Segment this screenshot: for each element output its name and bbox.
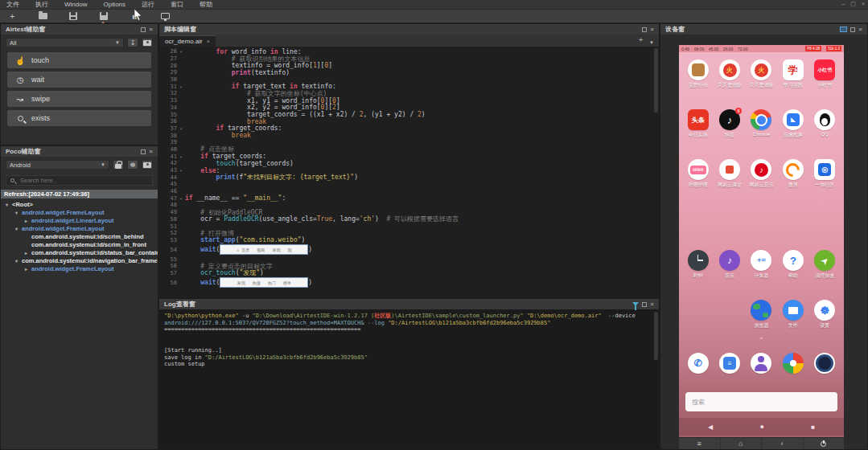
app-icon-文件[interactable] <box>783 300 804 321</box>
fold-icon[interactable]: ▾ <box>177 154 185 159</box>
nav-home-button[interactable]: ● <box>759 423 763 431</box>
app-icon-抖音[interactable]: ♪ <box>719 109 740 130</box>
float-panel-icon[interactable] <box>642 302 647 307</box>
tree-node[interactable]: ▾<Root> <box>2 201 158 209</box>
log-filter-icon[interactable] <box>632 302 639 306</box>
save-as-button[interactable] <box>98 11 109 21</box>
device-home-button[interactable]: ⌂ <box>721 438 763 449</box>
app-icon-设置[interactable]: ☸ <box>814 300 835 321</box>
fold-icon[interactable]: ▾ <box>177 196 185 201</box>
menu-item-帮助[interactable]: 帮助 <box>200 0 212 9</box>
poco-capture-button[interactable] <box>142 160 153 170</box>
poco-hierarchy-tree[interactable]: ▾<Root>▾android.widget.FrameLayout▸andro… <box>1 198 158 273</box>
poco-lock-button[interactable] <box>113 160 124 170</box>
app-icon-Chrome[interactable] <box>751 109 771 130</box>
tree-node[interactable]: com.android.systemui:id/scrim_behind <box>2 233 158 241</box>
minimize-button[interactable]: – <box>841 1 845 7</box>
app-icon-QQ[interactable] <box>814 109 835 130</box>
search-input[interactable] <box>19 176 148 185</box>
float-panel-icon[interactable] <box>141 27 146 32</box>
photos-app-icon[interactable] <box>783 353 804 374</box>
fold-icon[interactable]: ▾ <box>177 84 185 89</box>
app-icon-清理加速[interactable]: ➤ <box>814 250 835 271</box>
tab-list-dropdown-icon[interactable]: ▼ <box>649 40 654 45</box>
float-panel-icon[interactable] <box>642 27 647 32</box>
close-panel-icon[interactable]: × <box>650 302 654 307</box>
phone-search-bar[interactable]: 搜索 <box>685 392 837 411</box>
app-icon-小红书[interactable]: 小红书 <box>814 59 835 80</box>
app-icon-音乐[interactable]: ♪ <box>719 250 740 271</box>
app-icon-帮助[interactable]: ? <box>783 250 804 271</box>
app-icon-一加社区[interactable]: ◎ <box>814 159 835 180</box>
messages-app-icon[interactable]: ≡ <box>719 353 740 374</box>
poco-search-box[interactable] <box>6 175 153 186</box>
code-editor[interactable]: 26▾ for word_info in line:27 # 获取识别结果的文本… <box>159 47 659 288</box>
airtest-action-swipe[interactable]: ↝swipe <box>7 91 151 107</box>
app-icon-时钟[interactable] <box>688 250 709 271</box>
menu-item-执行[interactable]: 执行 <box>35 0 48 9</box>
app-icon-微博[interactable] <box>783 159 804 180</box>
tree-expand-icon[interactable]: ▸ <box>25 265 31 273</box>
screenshot-button[interactable] <box>142 38 153 47</box>
close-panel-icon[interactable]: × <box>858 27 862 32</box>
device-display-icon[interactable] <box>840 27 847 32</box>
device-menu-button[interactable]: ≡ <box>679 438 721 449</box>
maximize-button[interactable]: ▢ <box>850 1 856 7</box>
device-screen[interactable]: 0:49 08:00 45.00 26.00 72.00 P8 4.1B 51k… <box>679 45 844 439</box>
app-icon-网易云课堂[interactable] <box>719 159 740 180</box>
float-panel-icon[interactable] <box>850 27 855 32</box>
tree-expand-icon[interactable]: ▾ <box>6 201 12 209</box>
contacts-app-icon[interactable] <box>751 353 771 374</box>
poco-settings-button[interactable]: ☸ <box>127 160 138 170</box>
close-panel-icon[interactable]: × <box>149 149 153 154</box>
poco-refresh-row[interactable]: Refresh:[2024-07-02 17:49:36] <box>1 190 158 198</box>
close-button[interactable]: × <box>862 1 865 7</box>
float-panel-icon[interactable] <box>141 149 146 154</box>
poco-mode-dropdown[interactable]: Android▼ <box>6 160 109 170</box>
nav-recents-button[interactable]: ■ <box>811 423 815 431</box>
tree-expand-icon[interactable]: ▾ <box>15 225 22 233</box>
open-script-button[interactable] <box>37 11 48 21</box>
app-icon-浏览器[interactable] <box>751 300 771 321</box>
tree-node[interactable]: ▸com.android.systemui:id/status_bar_cont… <box>2 249 158 257</box>
device-power-button[interactable] <box>804 438 845 449</box>
app-icon-乐播投屏[interactable]: ◣ <box>783 109 804 130</box>
tree-node[interactable]: ▸android.widget.LinearLayout <box>2 217 158 225</box>
phone-app-icon[interactable]: ✆ <box>688 353 709 374</box>
tree-node[interactable]: ▾com.android.systemui:id/navigation_bar_… <box>2 257 158 265</box>
app-icon-天天爱消除[interactable]: 火 <box>751 59 771 80</box>
snippet-window-button[interactable] <box>159 11 171 21</box>
editor-scrollbar[interactable] <box>654 48 658 112</box>
menu-item-运行[interactable]: 运行 <box>142 0 154 9</box>
insert-code-button[interactable]: ↧ <box>127 38 138 47</box>
window-controls[interactable]: –▢× <box>841 1 865 7</box>
close-panel-icon[interactable]: × <box>650 27 654 32</box>
app-icon-哔哩哔哩[interactable]: bilibili <box>688 159 709 180</box>
nav-back-button[interactable]: ◀ <box>708 423 713 431</box>
tree-node[interactable]: ▸android.widget.FrameLayout <box>2 265 158 273</box>
menu-item-Options[interactable]: Options <box>103 1 125 8</box>
app-icon-网易云音乐[interactable]: ♪ <box>751 159 771 180</box>
menu-item-Window[interactable]: Window <box>64 1 87 8</box>
airtest-filter-dropdown[interactable]: All▼ <box>6 38 124 47</box>
device-back-button[interactable]: ‹ <box>762 438 804 449</box>
save-button[interactable] <box>68 11 79 21</box>
app-icon-天天爱消除[interactable]: 火 <box>719 59 740 80</box>
app-icon-今日头条[interactable]: 头条 <box>688 109 709 130</box>
airtest-action-wait[interactable]: ◷wait <box>7 72 151 88</box>
fold-icon[interactable]: ▾ <box>177 168 185 173</box>
tree-node[interactable]: ▾android.widget.FrameLayout <box>2 225 158 233</box>
tab-ocr-demo[interactable]: ocr_demo.air × <box>159 35 216 47</box>
app-icon-计算器[interactable]: += <box>751 250 771 271</box>
menu-item-文件[interactable]: 文件 <box>6 0 19 9</box>
airtest-action-touch[interactable]: ☝touch <box>7 52 151 68</box>
tree-node[interactable]: com.android.systemui:id/scrim_in_front <box>2 241 158 249</box>
new-tab-button[interactable]: ＋ <box>637 35 644 45</box>
tree-node[interactable]: ▾android.widget.FrameLayout <box>2 209 158 217</box>
tree-expand-icon[interactable]: ▸ <box>25 217 31 225</box>
new-script-button[interactable]: ＋ <box>6 11 18 21</box>
fold-icon[interactable]: ▾ <box>177 49 185 54</box>
airtest-action-exists[interactable]: exists <box>7 110 151 126</box>
fold-icon[interactable]: ▾ <box>177 126 185 131</box>
tree-expand-icon[interactable]: ▾ <box>15 209 22 217</box>
